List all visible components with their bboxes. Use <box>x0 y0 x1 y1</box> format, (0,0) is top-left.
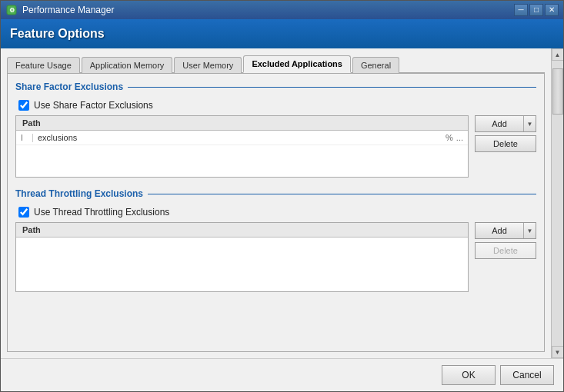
thread-throttling-add-button[interactable]: Add ▼ <box>475 222 536 239</box>
thread-throttling-table: Path <box>15 222 469 292</box>
thread-throttling-path-header: Path <box>16 223 468 238</box>
thread-throttling-delete-button: Delete <box>475 242 536 259</box>
row-index: I <box>21 134 33 142</box>
window: ⚙ Performance Manager ─ □ ✕ Feature Opti… <box>0 0 564 392</box>
row-dots: ... <box>456 133 463 142</box>
share-factor-add-label: Add <box>476 116 523 131</box>
table-row[interactable]: I exclusions % ... <box>16 131 468 145</box>
scroll-track[interactable] <box>552 61 563 346</box>
scrollbar: ▲ ▼ <box>551 48 563 358</box>
cancel-button[interactable]: Cancel <box>500 365 554 385</box>
share-factor-checkbox-row: Use Share Factor Exclusions <box>15 100 536 111</box>
thread-throttling-checkbox[interactable] <box>18 207 29 218</box>
window-title: Performance Manager <box>22 5 514 15</box>
restore-button[interactable]: □ <box>529 4 543 16</box>
scroll-up-arrow[interactable]: ▲ <box>552 48 564 61</box>
share-factor-table-body: I exclusions % ... <box>16 131 468 177</box>
thread-throttling-checkbox-row: Use Thread Throttling Exclusions <box>15 207 536 218</box>
app-icon: ⚙ <box>5 4 18 16</box>
share-factor-add-dropdown-icon[interactable]: ▼ <box>523 116 536 131</box>
thread-throttling-buttons: Add ▼ Delete <box>475 222 536 292</box>
tab-excluded-applications[interactable]: Excluded Applications <box>243 55 351 73</box>
share-factor-path-header: Path <box>16 116 468 131</box>
share-factor-delete-button[interactable]: Delete <box>475 135 536 152</box>
tab-general[interactable]: General <box>352 57 399 73</box>
ok-button[interactable]: OK <box>442 365 496 385</box>
thread-throttling-title: Thread Throttling Exclusions <box>15 188 143 199</box>
thread-throttling-add-dropdown-icon[interactable]: ▼ <box>523 223 536 238</box>
share-factor-checkbox-label: Use Share Factor Exclusions <box>34 100 153 111</box>
row-suffix: % <box>446 133 453 142</box>
row-value: exclusions <box>38 133 442 142</box>
svg-text:⚙: ⚙ <box>9 7 15 14</box>
scroll-thumb[interactable] <box>552 68 563 115</box>
thread-throttling-add-label: Add <box>476 223 523 238</box>
thread-throttling-checkbox-label: Use Thread Throttling Exclusions <box>34 207 169 218</box>
thread-throttling-header: Thread Throttling Exclusions <box>15 188 536 199</box>
panel-content: Share Factor Exclusions Use Share Factor… <box>7 74 545 352</box>
minimize-button[interactable]: ─ <box>514 4 528 16</box>
thread-throttling-divider <box>148 194 536 194</box>
tab-user-memory[interactable]: User Memory <box>174 57 242 73</box>
scroll-down-arrow[interactable]: ▼ <box>552 346 564 358</box>
share-factor-table: Path I exclusions % ... <box>15 115 469 178</box>
thread-throttling-table-body <box>16 238 468 291</box>
share-factor-header: Share Factor Exclusions <box>15 81 536 92</box>
thread-throttling-table-area: Path Add ▼ Delete <box>15 222 536 292</box>
title-bar: ⚙ Performance Manager ─ □ ✕ <box>1 1 563 19</box>
share-factor-section: Share Factor Exclusions Use Share Factor… <box>15 81 536 178</box>
share-factor-table-area: Path I exclusions % ... <box>15 115 536 178</box>
thread-throttling-section: Thread Throttling Exclusions Use Thread … <box>15 188 536 292</box>
share-factor-title: Share Factor Exclusions <box>15 81 123 92</box>
share-factor-checkbox[interactable] <box>18 100 29 111</box>
share-factor-buttons: Add ▼ Delete <box>475 115 536 178</box>
main-panel: Feature Usage Application Memory User Me… <box>1 48 551 358</box>
window-controls: ─ □ ✕ <box>514 4 559 16</box>
page-title: Feature Options <box>10 27 105 41</box>
tabs-bar: Feature Usage Application Memory User Me… <box>7 55 545 74</box>
share-factor-divider <box>128 87 536 88</box>
bottom-bar: OK Cancel <box>1 358 563 391</box>
content-area: Feature Usage Application Memory User Me… <box>1 48 563 358</box>
tab-feature-usage[interactable]: Feature Usage <box>7 57 80 73</box>
share-factor-add-button[interactable]: Add ▼ <box>475 115 536 132</box>
tab-application-memory[interactable]: Application Memory <box>82 57 173 73</box>
close-button[interactable]: ✕ <box>545 4 559 16</box>
feature-options-bar: Feature Options <box>1 19 563 48</box>
